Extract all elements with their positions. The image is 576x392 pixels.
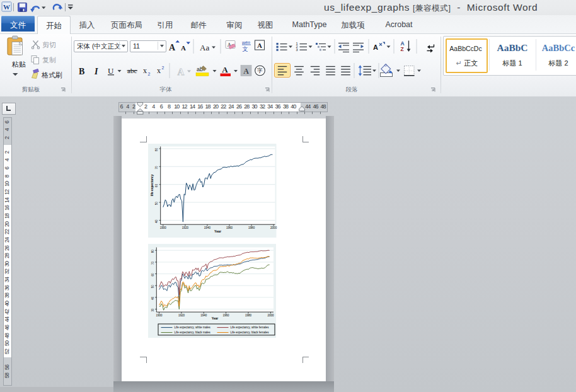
svg-text:80: 80 <box>155 148 158 152</box>
svg-text:1960: 1960 <box>222 314 229 317</box>
svg-text:1920: 1920 <box>178 314 185 317</box>
svg-text:Life expectancy, black males: Life expectancy, black males <box>174 331 210 334</box>
svg-text:2000: 2000 <box>267 314 274 317</box>
svg-text:2000: 2000 <box>270 226 277 229</box>
svg-text:life expectancy: life expectancy <box>150 174 153 196</box>
svg-text:Life expectancy, white males: Life expectancy, white males <box>174 326 210 329</box>
svg-text:40: 40 <box>151 296 154 300</box>
svg-text:60: 60 <box>155 183 158 187</box>
svg-text:1900: 1900 <box>159 226 166 229</box>
svg-text:40: 40 <box>155 219 158 223</box>
svg-text:1980: 1980 <box>245 314 251 317</box>
svg-text:30: 30 <box>151 308 154 312</box>
svg-text:50: 50 <box>155 202 158 205</box>
svg-text:70: 70 <box>155 166 158 170</box>
svg-text:1960: 1960 <box>226 226 233 229</box>
svg-text:60: 60 <box>151 273 154 277</box>
svg-text:70: 70 <box>151 261 154 265</box>
svg-text:1920: 1920 <box>181 226 188 229</box>
svg-text:50: 50 <box>151 284 154 288</box>
svg-text:1900: 1900 <box>156 314 163 317</box>
svg-text:Year: Year <box>214 229 221 233</box>
svg-text:80: 80 <box>151 249 154 253</box>
svg-text:1980: 1980 <box>248 226 255 229</box>
svg-text:1940: 1940 <box>200 314 207 317</box>
svg-text:Life expectancy, black females: Life expectancy, black females <box>230 331 269 334</box>
svg-text:Year: Year <box>211 316 218 320</box>
svg-text:1940: 1940 <box>204 226 210 229</box>
svg-text:Life expectancy, white females: Life expectancy, white females <box>230 326 269 329</box>
